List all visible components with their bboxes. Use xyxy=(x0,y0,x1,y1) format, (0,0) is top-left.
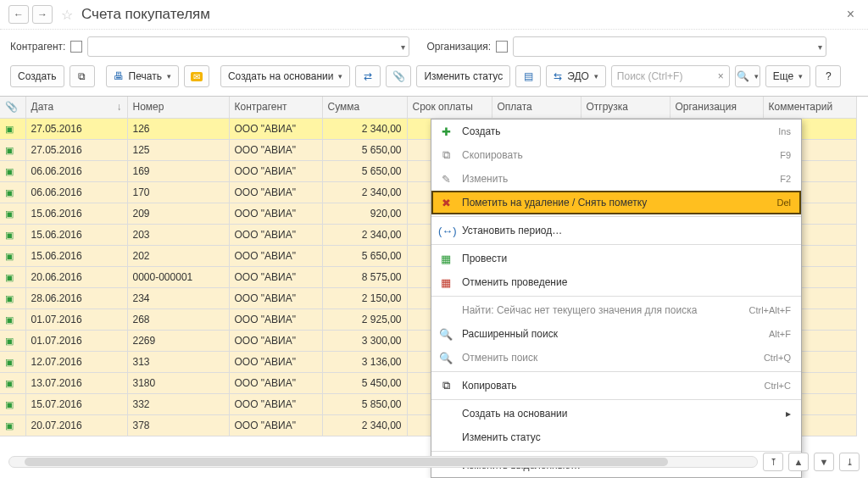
scroll-down-button[interactable]: ▼ xyxy=(814,453,834,471)
ctx-copy-clipboard[interactable]: ⧉ Копировать Ctrl+C xyxy=(431,374,801,397)
chevron-down-icon: ▾ xyxy=(401,42,405,52)
cell-sum: 920,00 xyxy=(322,203,407,224)
link-forward-icon-button[interactable]: ⇄ xyxy=(355,65,381,87)
list-mode-button[interactable]: ▤ xyxy=(515,65,541,87)
col-date[interactable]: Дата↓ xyxy=(25,97,127,118)
cell-date: 06.06.2016 xyxy=(25,160,127,181)
scroll-end-button[interactable]: ⤓ xyxy=(839,453,860,471)
ctx-set-period[interactable]: (↔) Установить период… xyxy=(431,219,801,242)
more-button[interactable]: Еще▾ xyxy=(765,65,810,87)
help-button[interactable]: ? xyxy=(815,65,841,87)
ctx-copy[interactable]: ⧉ Скопировать F9 xyxy=(431,143,801,167)
nav-forward-button[interactable]: → xyxy=(32,5,53,24)
create-button[interactable]: Создать xyxy=(10,65,64,87)
attachment-button[interactable]: 📎 xyxy=(386,65,411,87)
ctx-cancel-find[interactable]: 🔍 Отменить поиск Ctrl+Q xyxy=(431,346,801,370)
cell-number: 332 xyxy=(127,393,229,414)
cell-date: 15.07.2016 xyxy=(25,393,127,414)
change-status-button[interactable]: Изменить статус xyxy=(416,65,510,87)
document-status-icon: ▣ xyxy=(5,336,17,347)
col-ship[interactable]: Отгрузка xyxy=(581,97,670,118)
col-comment[interactable]: Комментарий xyxy=(763,97,856,118)
cell-sum: 5 650,00 xyxy=(322,245,407,266)
post-icon: ▦ xyxy=(438,253,453,265)
organization-filter-input[interactable]: ▾ xyxy=(513,36,826,57)
cell-contragent: ООО "АВИА" xyxy=(229,414,322,436)
cell-sum: 2 150,00 xyxy=(322,287,407,308)
mail-icon: ✉ xyxy=(191,72,203,81)
ctx-create-based[interactable]: Создать на основании ▸ xyxy=(431,402,801,425)
edo-button[interactable]: ⇆ЭДО▾ xyxy=(546,65,606,87)
col-pay[interactable]: Оплата xyxy=(492,97,581,118)
search-icon: 🔍 xyxy=(438,328,453,341)
ctx-post[interactable]: ▦ Провести xyxy=(431,247,801,270)
cell-sum: 5 850,00 xyxy=(322,393,407,414)
cell-contragent: ООО "АВИА" xyxy=(229,287,322,308)
create-based-label: Создать на основании xyxy=(228,70,334,82)
cell-number: 2269 xyxy=(127,330,229,351)
cell-contragent: ООО "АВИА" xyxy=(229,181,322,203)
mail-button[interactable]: ✉ xyxy=(184,65,209,87)
nav-back-button[interactable]: ← xyxy=(8,5,29,24)
search-input[interactable]: Поиск (Ctrl+F) × xyxy=(611,65,730,87)
contragent-filter-checkbox[interactable] xyxy=(70,41,82,53)
cell-number: 209 xyxy=(127,203,229,224)
search-button[interactable]: 🔍▾ xyxy=(735,65,760,87)
period-icon: (↔) xyxy=(438,225,453,237)
cell-number: 3180 xyxy=(127,372,229,393)
pencil-icon: ✎ xyxy=(438,173,453,186)
document-status-icon: ▣ xyxy=(5,399,17,410)
organization-label: Организация: xyxy=(426,41,491,53)
cell-number: 378 xyxy=(127,414,229,436)
close-icon[interactable]: × xyxy=(842,7,860,22)
contragent-filter-input[interactable]: ▾ xyxy=(87,36,409,57)
cell-sum: 3 136,00 xyxy=(322,351,407,372)
col-org[interactable]: Организация xyxy=(670,97,763,118)
copy-button[interactable]: ⧉ xyxy=(70,65,95,87)
search-icon: 🔍 xyxy=(737,70,749,82)
ctx-adv-find[interactable]: 🔍 Расширенный поиск Alt+F xyxy=(431,322,801,346)
horizontal-scrollbar[interactable] xyxy=(8,456,758,468)
document-status-icon: ▣ xyxy=(5,230,17,241)
change-status-label: Изменить статус xyxy=(424,70,503,82)
cell-sum: 2 340,00 xyxy=(322,414,407,436)
cell-contragent: ООО "АВИА" xyxy=(229,160,322,181)
cell-date: 13.07.2016 xyxy=(25,372,127,393)
ctx-separator xyxy=(431,244,801,245)
col-number[interactable]: Номер xyxy=(127,97,229,118)
document-status-icon: ▣ xyxy=(5,293,17,304)
clear-search-icon[interactable]: × xyxy=(718,70,724,82)
cell-contragent: ООО "АВИА" xyxy=(229,245,322,266)
cell-contragent: ООО "АВИА" xyxy=(229,224,322,245)
document-status-icon: ▣ xyxy=(5,187,17,198)
cell-sum: 5 450,00 xyxy=(322,372,407,393)
page-title: Счета покупателям xyxy=(81,6,210,23)
ctx-edit[interactable]: ✎ Изменить F2 xyxy=(431,167,801,191)
create-based-on-button[interactable]: Создать на основании▾ xyxy=(220,65,351,87)
ctx-change-status[interactable]: Изменить статус xyxy=(431,425,801,449)
print-button[interactable]: 🖶Печать▾ xyxy=(106,65,179,87)
search-placeholder: Поиск (Ctrl+F) xyxy=(617,70,683,82)
ctx-create[interactable]: ✚ Создать Ins xyxy=(431,119,801,143)
ctx-mark-delete[interactable]: ✖ Пометить на удаление / Снять пометку D… xyxy=(431,191,801,214)
submenu-arrow-icon: ▸ xyxy=(786,408,791,420)
col-sum[interactable]: Сумма xyxy=(322,97,407,118)
favorite-star-icon[interactable]: ☆ xyxy=(61,7,73,23)
ctx-find[interactable]: Найти: Сейчас нет текущего значения для … xyxy=(431,298,801,322)
cell-contragent: ООО "АВИА" xyxy=(229,203,322,224)
cell-contragent: ООО "АВИА" xyxy=(229,351,322,372)
cell-sum: 2 925,00 xyxy=(322,308,407,330)
cell-date: 06.06.2016 xyxy=(25,181,127,203)
cell-sum: 2 340,00 xyxy=(322,181,407,203)
col-contragent[interactable]: Контрагент xyxy=(229,97,322,118)
col-attachment[interactable]: 📎 xyxy=(0,97,25,118)
organization-filter-checkbox[interactable] xyxy=(496,41,508,53)
col-due[interactable]: Срок оплаты xyxy=(407,97,492,118)
scroll-up-button[interactable]: ▲ xyxy=(788,453,809,471)
scroll-home-button[interactable]: ⤒ xyxy=(763,453,783,471)
ctx-unpost[interactable]: ▦ Отменить проведение xyxy=(431,270,801,294)
edo-label: ЭДО xyxy=(567,70,589,82)
cell-sum: 5 650,00 xyxy=(322,139,407,160)
clipboard-icon: ⧉ xyxy=(438,379,453,392)
create-button-label: Создать xyxy=(18,70,57,82)
